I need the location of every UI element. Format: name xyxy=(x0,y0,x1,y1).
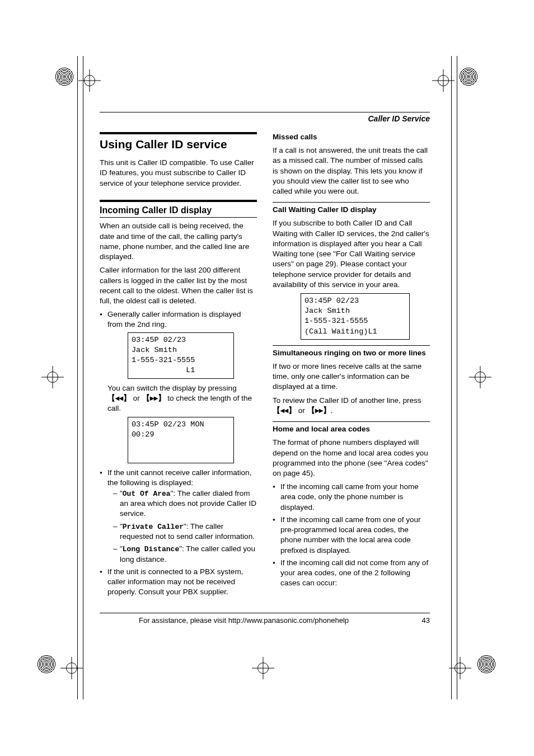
heading-bar xyxy=(100,132,257,134)
code-out-of-area: Out Of Area xyxy=(123,490,171,498)
bullet-ring: Generally caller information is displaye… xyxy=(100,309,257,330)
h1-using-caller-id: Using Caller ID service xyxy=(100,137,257,152)
crosshair-icon xyxy=(469,366,491,388)
crosshair-icon xyxy=(41,366,64,388)
registration-mark xyxy=(459,67,478,86)
switch-pre: You can switch the display by pressing xyxy=(107,384,237,392)
review-pre: To review the Caller ID of another line,… xyxy=(273,396,421,405)
dash-long-distance: "Long Distance": The caller called you l… xyxy=(113,544,257,565)
bullet-other-area: If the incoming call did not come from a… xyxy=(273,558,430,589)
h-area-codes: Home and local area codes xyxy=(273,424,430,434)
review-post: . xyxy=(331,406,333,415)
footer-help: For assistance, please visit http://www.… xyxy=(139,616,349,626)
forward-key-icon: 【▸▸】 xyxy=(307,406,331,415)
divider xyxy=(273,202,430,203)
bullet-pbx: If the unit is connected to a PBX system… xyxy=(100,567,257,598)
p-area-codes: The format of phone numbers displayed wi… xyxy=(273,438,430,478)
lcd-display-1: 03:45P 02/23 Jack Smith 1-555-321-5555 L… xyxy=(128,332,234,379)
incoming-p1: When an outside call is being received, … xyxy=(100,221,257,262)
registration-mark xyxy=(55,67,74,86)
crosshair-icon xyxy=(60,657,83,679)
code-private-caller: Private Caller xyxy=(123,523,184,531)
forward-key-icon: 【▸▸】 xyxy=(142,394,166,402)
rewind-key-icon: 【◂◂】 xyxy=(273,406,296,415)
review-mid: or xyxy=(296,406,307,415)
crop-line xyxy=(77,56,78,699)
crosshair-icon xyxy=(449,657,471,679)
divider xyxy=(273,421,430,422)
registration-mark xyxy=(477,655,496,674)
incoming-p2: Caller information for the last 200 diff… xyxy=(100,265,257,306)
lcd-display-2: 03:45P 02/23 MON 00:29 xyxy=(128,417,234,463)
heading-bar xyxy=(100,200,257,202)
switch-text: You can switch the display by pressing 【… xyxy=(100,383,257,414)
bullet-home-area: If the incoming call came from your home… xyxy=(273,482,430,513)
bullet-cannot-receive-text: If the unit cannot receive caller inform… xyxy=(107,468,251,487)
p-review: To review the Caller ID of another line,… xyxy=(273,396,430,416)
registration-mark xyxy=(37,655,56,674)
right-column: Missed calls If a call is not answered, … xyxy=(273,132,430,600)
footer: For assistance, please visit http://www.… xyxy=(100,613,430,626)
crosshair-icon xyxy=(252,657,274,679)
bullet-local-area: If the incoming call came from one of yo… xyxy=(273,515,430,556)
h-missed: Missed calls xyxy=(273,132,430,142)
rewind-key-icon: 【◂◂】 xyxy=(107,394,131,402)
crosshair-icon xyxy=(78,69,101,92)
dash-private-caller: "Private Caller": The caller requested n… xyxy=(113,522,257,542)
header-rule xyxy=(100,112,430,112)
dash-out-of-area: "Out Of Area": The caller dialed from an… xyxy=(113,489,257,519)
p-simultaneous: If two or more lines receive calls at th… xyxy=(273,361,430,392)
crop-line xyxy=(457,56,457,699)
page-number: 43 xyxy=(422,616,430,626)
left-column: Using Caller ID service This unit is Cal… xyxy=(100,132,257,600)
code-long-distance: Long Distance xyxy=(123,545,179,553)
crop-line xyxy=(83,56,83,699)
h-call-waiting: Call Waiting Caller ID display xyxy=(273,205,430,215)
crop-line xyxy=(451,56,452,699)
switch-mid: or xyxy=(131,394,142,402)
intro-text: This unit is Caller ID compatible. To us… xyxy=(100,158,257,189)
lcd-display-cw: 03:45P 02/23 Jack Smith 1-555-321-5555 (… xyxy=(301,293,410,340)
p-missed: If a call is not answered, the unit trea… xyxy=(273,145,430,196)
h2-incoming: Incoming Caller ID display xyxy=(100,204,257,218)
header-section: Caller ID Service xyxy=(100,114,430,124)
p-call-waiting: If you subscribe to both Caller ID and C… xyxy=(273,218,430,290)
divider xyxy=(273,345,430,346)
h-simultaneous: Simultaneous ringing on two or more line… xyxy=(273,348,430,358)
bullet-cannot-receive: If the unit cannot receive caller inform… xyxy=(100,468,257,565)
